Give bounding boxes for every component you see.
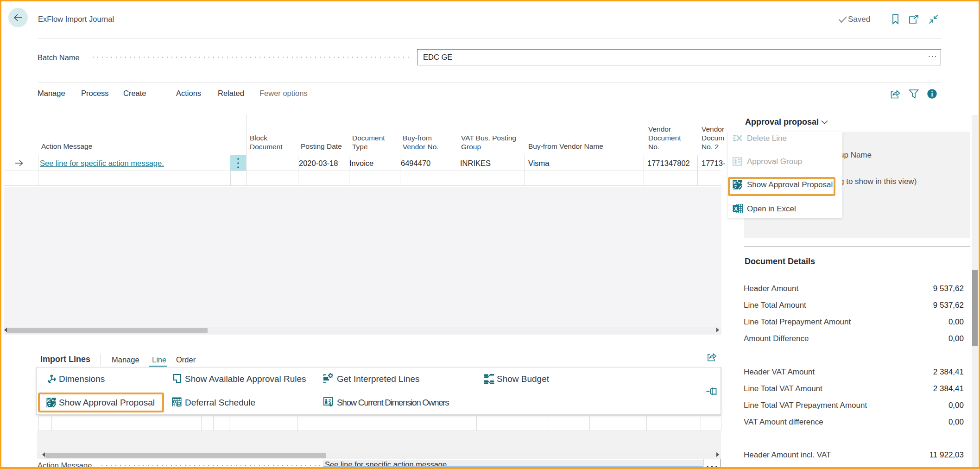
svg-text:X: X — [734, 206, 738, 212]
